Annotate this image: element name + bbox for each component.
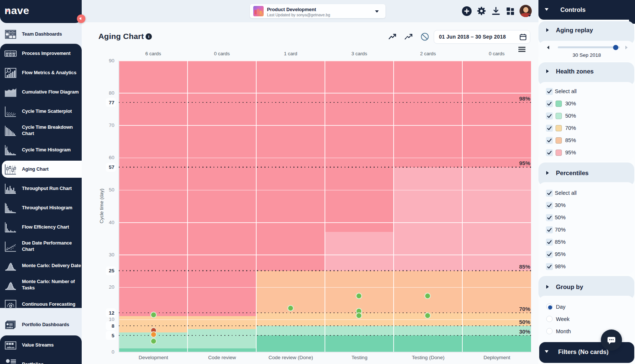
svg-text:+: + (7, 343, 8, 345)
